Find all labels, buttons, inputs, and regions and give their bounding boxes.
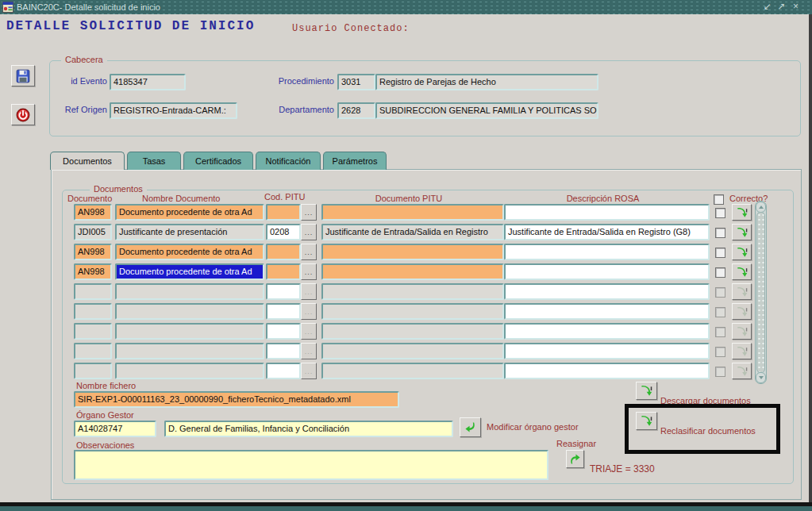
procedimiento-code-field[interactable]: 3031 xyxy=(337,74,375,90)
descripcion-rosa-field[interactable] xyxy=(504,204,710,221)
scroll-down-button[interactable] xyxy=(756,372,766,383)
cod-pitu-field[interactable] xyxy=(266,204,301,221)
documento-action-button[interactable] xyxy=(732,323,752,340)
nombre-documento-field[interactable] xyxy=(115,323,264,340)
documento-field[interactable]: JDI005 xyxy=(74,224,112,240)
nombre-documento-field[interactable]: Documento procedente de otra Ad xyxy=(115,263,264,280)
descripcion-rosa-field[interactable] xyxy=(504,323,710,340)
scrollbar-thumb[interactable] xyxy=(756,212,765,373)
tab-tasas[interactable]: Tasas xyxy=(127,152,181,170)
restore-icon[interactable]: ↗ xyxy=(776,1,787,13)
documento-field[interactable] xyxy=(74,363,112,379)
correcto-checkbox[interactable] xyxy=(715,228,725,238)
departamento-desc-field[interactable]: SUBDIRECCION GENERAL FAMILIA Y POLITICAS… xyxy=(375,102,598,119)
pitu-lookup-button[interactable]: ... xyxy=(301,224,317,240)
correcto-checkbox[interactable] xyxy=(715,367,725,377)
cod-pitu-field[interactable]: 0208 xyxy=(266,224,301,240)
pitu-lookup-button[interactable]: ... xyxy=(301,263,317,280)
documento-pitu-field[interactable] xyxy=(321,363,504,379)
documento-field[interactable]: AN998 xyxy=(74,204,112,221)
cod-pitu-field[interactable] xyxy=(266,363,301,379)
pitu-lookup-button[interactable]: ... xyxy=(301,323,317,340)
descripcion-rosa-field[interactable] xyxy=(504,283,710,300)
observaciones-field[interactable] xyxy=(74,450,548,480)
descargar-documentos-button[interactable] xyxy=(636,382,657,400)
correcto-checkbox[interactable] xyxy=(715,287,725,298)
documento-action-button[interactable] xyxy=(732,363,752,379)
nombre-documento-field[interactable] xyxy=(115,283,264,300)
scroll-up-button[interactable] xyxy=(756,202,766,213)
documento-field[interactable]: AN998 xyxy=(74,244,112,260)
departamento-code-field[interactable]: 2628 xyxy=(337,102,375,119)
nombre-fichero-field[interactable]: SIR-EXP1-O00011163_23_00000990_ficheroTe… xyxy=(74,391,399,408)
correcto-checkbox[interactable] xyxy=(715,347,725,357)
nombre-documento-field[interactable]: Documento procedente de otra Ad xyxy=(115,204,264,221)
documento-action-button[interactable] xyxy=(732,263,752,280)
ref-origen-field[interactable]: REGISTRO-Entrada-CARM.: xyxy=(110,102,237,119)
documento-action-button[interactable] xyxy=(732,303,752,320)
nombre-documento-field[interactable] xyxy=(115,363,264,379)
descripcion-rosa-field[interactable] xyxy=(504,363,710,379)
documento-pitu-field[interactable] xyxy=(321,204,504,221)
modificar-organo-gestor-button[interactable] xyxy=(460,417,481,437)
pitu-lookup-button[interactable]: ... xyxy=(301,244,317,260)
documento-action-button[interactable] xyxy=(732,343,752,359)
documento-pitu-field[interactable]: Justificante de Entrada/Salida en Regist… xyxy=(321,224,504,240)
documento-pitu-field[interactable] xyxy=(321,303,504,320)
descripcion-rosa-field[interactable] xyxy=(504,244,710,260)
cod-pitu-field[interactable] xyxy=(266,343,301,359)
correcto-checkbox[interactable] xyxy=(715,267,725,278)
correcto-checkbox[interactable] xyxy=(715,208,725,218)
cod-pitu-field[interactable] xyxy=(266,283,301,300)
organo-gestor-code-field[interactable]: A14028747 xyxy=(74,421,156,437)
documento-field[interactable]: AN998 xyxy=(74,263,112,280)
correcto-checkbox[interactable] xyxy=(715,248,725,258)
tab-certificados[interactable]: Certificados xyxy=(183,152,253,170)
documento-pitu-field[interactable] xyxy=(321,343,504,359)
documento-action-button[interactable] xyxy=(732,244,752,260)
documento-field[interactable] xyxy=(74,283,112,300)
documento-field[interactable] xyxy=(74,303,112,320)
reclasificar-documentos-button[interactable] xyxy=(636,412,657,430)
id-evento-field[interactable]: 4185347 xyxy=(110,74,186,90)
exit-button[interactable] xyxy=(11,104,35,125)
descripcion-rosa-field[interactable] xyxy=(504,343,710,359)
minimize-icon[interactable]: ↙ xyxy=(762,1,772,13)
documento-action-button[interactable] xyxy=(732,224,752,240)
descripcion-rosa-field[interactable]: Justificante de Entrada/Salida en Regist… xyxy=(504,224,710,240)
pitu-lookup-button[interactable]: ... xyxy=(301,303,317,320)
documento-field[interactable] xyxy=(74,343,112,359)
pitu-lookup-button[interactable]: ... xyxy=(301,204,317,221)
nombre-documento-field[interactable] xyxy=(115,303,264,320)
documento-pitu-field[interactable] xyxy=(321,323,504,340)
correcto-checkbox[interactable] xyxy=(715,307,725,317)
cod-pitu-field[interactable] xyxy=(266,323,301,340)
tab-parametros[interactable]: Parámetros xyxy=(323,152,387,170)
reasignar-button[interactable] xyxy=(566,450,584,468)
pitu-lookup-button[interactable]: ... xyxy=(301,363,317,379)
save-button[interactable] xyxy=(11,65,35,86)
documento-field[interactable] xyxy=(74,323,112,340)
tab-documentos[interactable]: Documentos xyxy=(50,152,125,170)
documento-action-button[interactable] xyxy=(732,204,752,221)
nombre-documento-field[interactable]: Documento procedente de otra Ad xyxy=(115,244,264,260)
close-icon[interactable]: × xyxy=(791,1,801,13)
table-scrollbar[interactable] xyxy=(755,201,767,384)
procedimiento-desc-field[interactable]: Registro de Parejas de Hecho xyxy=(375,74,598,90)
tab-notificacion[interactable]: Notificación xyxy=(256,152,321,170)
nombre-documento-field[interactable]: Justificante de presentación xyxy=(115,224,264,240)
pitu-lookup-button[interactable]: ... xyxy=(301,343,317,359)
documento-pitu-field[interactable] xyxy=(321,263,504,280)
cod-pitu-field[interactable] xyxy=(266,263,301,280)
descripcion-rosa-field[interactable] xyxy=(504,263,710,280)
documento-pitu-field[interactable] xyxy=(321,283,504,300)
cod-pitu-field[interactable] xyxy=(266,303,301,320)
organo-gestor-desc-field[interactable]: D. General de Familias, Infancia y Conci… xyxy=(164,421,453,437)
documento-action-button[interactable] xyxy=(732,283,752,300)
cod-pitu-field[interactable] xyxy=(266,244,301,260)
descripcion-rosa-field[interactable] xyxy=(504,303,710,320)
correcto-checkbox[interactable] xyxy=(715,327,725,337)
nombre-documento-field[interactable] xyxy=(115,343,264,359)
documento-pitu-field[interactable] xyxy=(321,244,504,260)
pitu-lookup-button[interactable]: ... xyxy=(301,283,317,300)
